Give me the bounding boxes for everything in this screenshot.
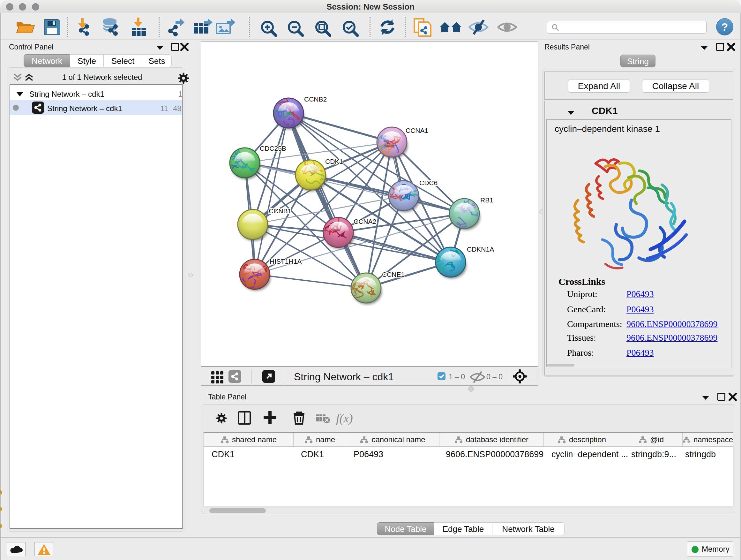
svg-text:CCNB2: CCNB2 [304, 96, 327, 103]
svg-text:CCNE1: CCNE1 [382, 271, 405, 278]
svg-text:HIST1H1A: HIST1H1A [270, 258, 301, 265]
svg-text:CCNB1: CCNB1 [269, 207, 291, 214]
svg-text:CDC6: CDC6 [419, 179, 437, 186]
svg-text:RB1: RB1 [480, 196, 493, 204]
svg-text:CCNA1: CCNA1 [406, 127, 428, 134]
svg-text:CDK1: CDK1 [325, 158, 343, 165]
svg-text:CDKN1A: CDKN1A [467, 246, 494, 253]
svg-text:CDC25B: CDC25B [260, 145, 286, 152]
svg-text:CCNA2: CCNA2 [354, 218, 376, 225]
